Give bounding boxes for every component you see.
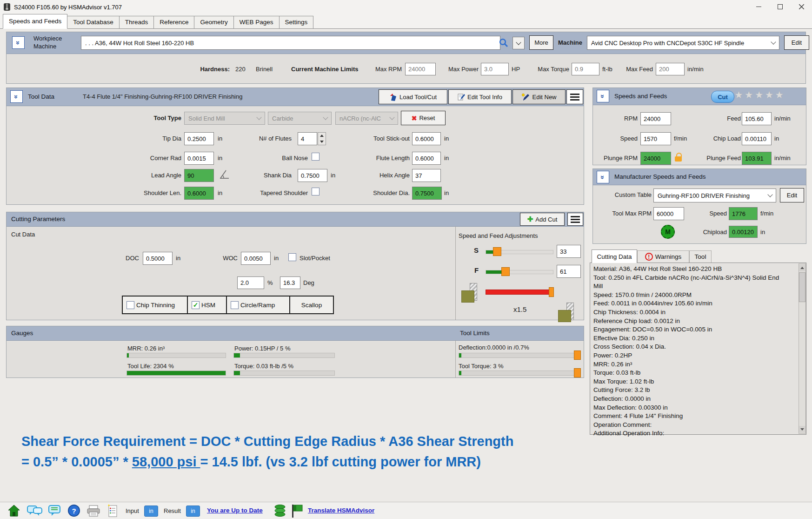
tab-tool-database[interactable]: Tool Database	[67, 16, 119, 28]
plunge-rpm-input[interactable]	[640, 152, 671, 165]
scroll-up-arrow[interactable]	[799, 264, 805, 271]
load-tool-cut-button[interactable]: Load Tool/Cut	[379, 89, 447, 104]
translate-link[interactable]: Translate HSMAdvisor	[308, 507, 374, 514]
engagement-slider[interactable]	[486, 290, 552, 295]
shoulder-len-input[interactable]	[184, 187, 214, 200]
tool-torque-limit-handle[interactable]	[574, 368, 581, 377]
woc-input[interactable]	[241, 252, 271, 265]
max-rpm-input[interactable]	[405, 63, 436, 75]
collapse-tool-data-button[interactable]: »	[10, 90, 23, 103]
coating-dropdown[interactable]: nACRo (nc-AlC	[335, 112, 398, 125]
chip-load-input[interactable]	[742, 132, 772, 145]
tab-web-pages[interactable]: WEB Pages	[233, 16, 280, 28]
tool-max-rpm-input[interactable]	[653, 207, 684, 220]
tab-cutting-data[interactable]: Cutting Data	[592, 249, 637, 263]
max-power-input[interactable]	[481, 63, 509, 75]
machine-combo[interactable]: Avid CNC Desktop Pro with CNCDepot S30C …	[587, 36, 779, 50]
report-icon[interactable]	[107, 504, 118, 518]
custom-table-edit-button[interactable]: Edit	[780, 188, 804, 202]
spring-icon[interactable]	[273, 504, 286, 518]
mfr-speed-input[interactable]	[729, 207, 758, 220]
tab-speeds-and-feeds[interactable]: Speeds and Feeds	[3, 14, 67, 29]
material-combo[interactable]: . . . A36, 44W Hot Roll Steel 160-220 HB	[81, 36, 500, 50]
close-button[interactable]	[791, 0, 812, 13]
tool-torque-limit-bar[interactable]	[459, 371, 580, 376]
engagement-slider-handle[interactable]	[549, 287, 554, 297]
scallop-button[interactable]: Scallop	[289, 296, 334, 314]
chip-thinning-toggle[interactable]: ✓ Chip Thinning	[122, 296, 188, 314]
info-scrollbar[interactable]	[799, 263, 806, 434]
reset-button[interactable]: ✖ Reset	[401, 111, 446, 125]
f-slider[interactable]	[486, 270, 553, 274]
circle-ramp-toggle[interactable]: ✓ Circle/Ramp	[226, 296, 290, 314]
tool-data-menu-button[interactable]	[566, 89, 583, 104]
tab-threads[interactable]: Threads	[119, 16, 154, 28]
scrollbar-thumb[interactable]	[799, 272, 805, 302]
f-slider-handle[interactable]	[501, 267, 510, 276]
input-units-badge[interactable]: in	[144, 506, 158, 517]
tool-material-dropdown[interactable]: Carbide	[268, 112, 332, 125]
collapse-speeds-button[interactable]: »	[597, 90, 609, 102]
stickout-input[interactable]	[412, 132, 441, 145]
doc-input[interactable]	[143, 252, 173, 265]
helix-angle-input[interactable]	[412, 169, 441, 182]
rating-stars[interactable]: ★★★★★	[734, 89, 785, 101]
chip-thinning-checkbox[interactable]: ✓	[126, 301, 134, 309]
more-button[interactable]: More	[529, 35, 553, 50]
home-icon[interactable]	[7, 505, 20, 517]
tool-type-dropdown[interactable]: Solid End Mill	[184, 112, 265, 125]
s-value-input[interactable]	[557, 245, 581, 258]
speed-input[interactable]	[640, 132, 671, 145]
star-icon[interactable]: ★	[775, 89, 785, 100]
f-value-input[interactable]	[557, 265, 581, 278]
edit-tool-info-button[interactable]: Edit Tool Info	[448, 89, 512, 104]
max-feed-input[interactable]	[656, 63, 685, 75]
update-status-link[interactable]: You are Up to Date	[207, 507, 263, 514]
collapse-workpiece-button[interactable]: »	[12, 36, 25, 49]
circle-ramp-checkbox[interactable]: ✓	[231, 301, 239, 309]
tab-tool[interactable]: Tool	[689, 250, 712, 263]
forum-icon[interactable]	[27, 505, 43, 517]
star-icon[interactable]: ★	[765, 89, 775, 100]
tab-geometry[interactable]: Geometry	[194, 16, 233, 28]
angle-input[interactable]	[280, 276, 300, 289]
tab-warnings[interactable]: ! Warnings	[637, 250, 689, 263]
tab-reference[interactable]: Reference	[153, 16, 194, 28]
percent-input[interactable]	[237, 276, 264, 289]
scroll-down-arrow[interactable]	[799, 426, 805, 433]
star-icon[interactable]: ★	[745, 89, 755, 100]
shoulder-dia-input[interactable]	[412, 187, 442, 200]
print-icon[interactable]	[87, 505, 100, 517]
maximize-button[interactable]	[769, 0, 791, 13]
add-cut-button[interactable]: ✚ Add Cut	[520, 213, 565, 226]
deflection-limit-handle[interactable]	[574, 350, 581, 360]
flute-length-input[interactable]	[412, 152, 441, 165]
minimize-button[interactable]	[748, 0, 769, 13]
tab-settings[interactable]: Settings	[279, 16, 314, 28]
custom-table-combo[interactable]: Guhring-RF100 DRIVER Finishing	[653, 189, 776, 202]
corner-rad-input[interactable]	[184, 152, 214, 165]
cutting-parameters-menu-button[interactable]	[567, 213, 583, 226]
cutting-data-textarea[interactable]: Material: A36, 44W Hot Roll Steel 160-22…	[590, 263, 806, 435]
machine-edit-button[interactable]: Edit	[784, 35, 809, 50]
feed-input[interactable]	[742, 112, 772, 125]
result-units-badge[interactable]: in	[186, 506, 200, 517]
help-icon[interactable]: ?	[68, 505, 80, 517]
cut-cloud-badge[interactable]: Cut	[711, 91, 734, 103]
flag-icon[interactable]	[290, 504, 304, 518]
rpm-input[interactable]	[640, 112, 671, 125]
plunge-feed-input[interactable]	[742, 152, 772, 165]
max-torque-input[interactable]	[572, 63, 599, 75]
star-icon[interactable]: ★	[755, 89, 765, 100]
search-icon[interactable]	[499, 38, 509, 48]
deflection-limit-bar[interactable]	[459, 353, 580, 358]
hsm-toggle[interactable]: ✓ HSM	[187, 296, 227, 314]
feedback-icon[interactable]	[48, 505, 61, 517]
slot-pocket-checkbox[interactable]: ✓	[288, 253, 296, 261]
s-slider-handle[interactable]	[493, 247, 501, 256]
chipload-input[interactable]	[729, 226, 758, 238]
collapse-manufacturer-button[interactable]: »	[597, 171, 609, 183]
edit-new-button[interactable]: Edit New	[512, 89, 566, 104]
hsm-checkbox[interactable]: ✓	[192, 301, 200, 309]
star-icon[interactable]: ★	[734, 89, 745, 100]
